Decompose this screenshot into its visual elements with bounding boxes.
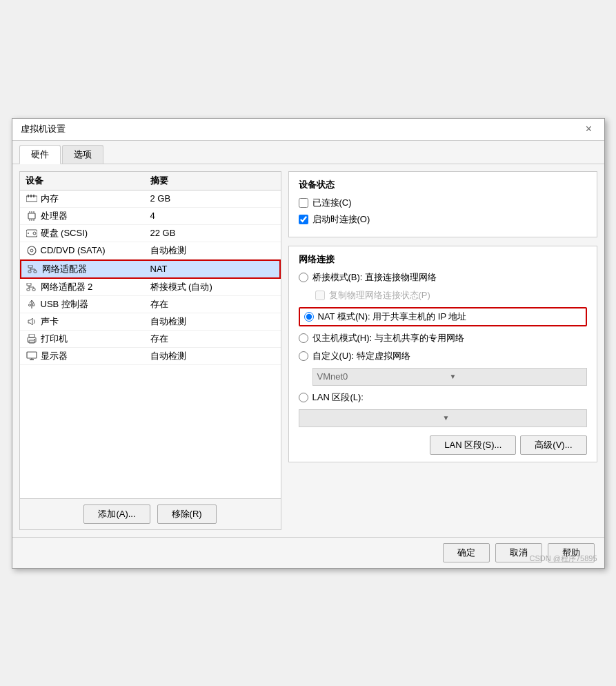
remove-button[interactable]: 移除(R) [157,504,217,524]
device-name-printer: 打印机 [41,333,68,345]
right-panel: 设备状态 已连接(C) 启动时连接(O) 网络连接 桥接模式(B): 直接连接物… [288,171,597,530]
device-row-display[interactable]: 显示器 自动检测 [20,348,281,365]
device-name-network1: 网络适配器 [42,263,87,275]
left-panel: 设备 摘要 内存 2 GB [19,171,281,530]
lan-label[interactable]: LAN 区段(L): [312,391,364,404]
col-summary-header: 摘要 [150,175,275,187]
lan-dropdown-arrow-icon: ▼ [443,414,582,422]
device-name-cdrom: CD/DVD (SATA) [41,245,106,255]
close-button[interactable]: × [582,122,596,136]
radio-nat[interactable] [304,312,314,322]
tab-hardware[interactable]: 硬件 [19,145,61,164]
device-row-memory[interactable]: 内存 2 GB [20,190,281,208]
usb-icon [26,300,38,309]
radio-row-copy-state: 复制物理网络连接状态(P) [315,289,587,302]
col-device-header: 设备 [26,175,150,187]
lan-select[interactable]: ▼ [299,409,587,427]
network2-icon [26,282,38,292]
ok-button[interactable]: 确定 [443,543,490,562]
radio-row-nat: NAT 模式(N): 用于共享主机的 IP 地址 [299,307,587,326]
device-name-cpu: 处理器 [41,210,68,222]
svg-marker-33 [28,318,32,325]
svg-point-31 [28,304,30,306]
svg-rect-24 [32,288,35,291]
device-table: 设备 摘要 内存 2 GB [20,172,281,498]
svg-rect-17 [28,271,31,273]
display-icon [26,351,38,361]
left-panel-buttons: 添加(A)... 移除(R) [20,498,281,529]
device-name-usb: USB 控制器 [41,298,88,311]
device-row-cdrom[interactable]: CD/DVD (SATA) 自动检测 [20,242,281,259]
radio-row-bridge: 桥接模式(B): 直接连接物理网络 [299,271,587,284]
device-status-section: 设备状态 已连接(C) 启动时连接(O) [288,171,597,237]
device-summary-disk: 22 GB [150,228,275,238]
disk-icon [26,228,38,238]
lan-segment-button[interactable]: LAN 区段(S)... [430,435,516,455]
device-row-usb[interactable]: USB 控制器 存在 [20,296,281,313]
svg-rect-35 [29,334,34,337]
connect-on-start-checkbox[interactable] [299,215,308,224]
radio-nat-label[interactable]: NAT 模式(N): 用于共享主机的 IP 地址 [318,311,467,323]
svg-point-12 [33,232,36,235]
svg-rect-3 [33,195,34,197]
lan-label-row: LAN 区段(L): [299,391,587,404]
device-summary-memory: 2 GB [150,193,275,204]
custom-network-value: VMnet0 [317,371,450,382]
radio-row-custom: 自定义(U): 特定虚拟网络 [299,350,587,362]
checkbox-copy-state[interactable] [315,291,325,300]
device-name-display: 显示器 [41,350,68,362]
radio-bridge-label[interactable]: 桥接模式(B): 直接连接物理网络 [312,271,437,284]
device-table-header: 设备 摘要 [20,172,281,190]
device-summary-network1: NAT [150,264,274,274]
radio-bridge[interactable] [299,273,308,282]
svg-rect-2 [30,195,32,197]
svg-rect-1 [28,195,29,197]
device-summary-sound: 自动检测 [150,315,275,328]
device-status-title: 设备状态 [299,179,587,191]
content-area: 设备 摘要 内存 2 GB [12,164,604,537]
window-title: 虚拟机设置 [21,123,66,135]
svg-point-13 [28,233,29,234]
checkbox-copy-state-label: 复制物理网络连接状态(P) [329,289,430,302]
svg-rect-22 [27,283,31,286]
title-bar: 虚拟机设置 × [12,119,604,141]
device-row-sound[interactable]: 声卡 自动检测 [20,313,281,331]
radio-host-only[interactable] [299,333,308,343]
device-summary-display: 自动检测 [150,350,275,362]
connected-label[interactable]: 已连接(C) [312,197,352,209]
custom-network-select[interactable]: VMnet0 ▼ [312,368,587,386]
svg-rect-32 [32,304,34,306]
connect-on-start-label[interactable]: 启动时连接(O) [312,213,370,226]
radio-custom-label[interactable]: 自定义(U): 特定虚拟网络 [312,350,410,362]
device-summary-network2: 桥接模式 (自动) [150,281,275,293]
add-button[interactable]: 添加(A)... [83,504,150,524]
svg-rect-16 [28,265,32,268]
radio-row-host-only: 仅主机模式(H): 与主机共享的专用网络 [299,332,587,344]
device-row-network1[interactable]: 网络适配器 NAT [20,259,281,279]
device-name-memory: 内存 [41,193,59,205]
device-row-printer[interactable]: 打印机 存在 [20,331,281,348]
radio-host-only-label[interactable]: 仅主机模式(H): 与主机共享的专用网络 [312,332,464,344]
dialog-footer: 确定 取消 帮助 [12,537,604,568]
device-summary-cdrom: 自动检测 [150,244,275,257]
device-row-network2[interactable]: 网络适配器 2 桥接模式 (自动) [20,279,281,296]
radio-custom[interactable] [299,351,308,361]
svg-rect-4 [28,213,35,219]
tab-options[interactable]: 选项 [62,145,103,164]
device-row-disk[interactable]: 硬盘 (SCSI) 22 GB [20,225,281,242]
svg-rect-38 [27,352,37,358]
cdrom-icon [26,246,38,255]
device-summary-cpu: 4 [150,210,275,221]
memory-icon [26,194,38,204]
connected-checkbox-row: 已连接(C) [299,197,587,209]
radio-lan[interactable] [299,393,308,402]
sound-icon [26,317,38,326]
svg-point-14 [28,246,36,255]
network-connection-title: 网络连接 [299,253,587,266]
device-summary-printer: 存在 [150,333,275,345]
advanced-button[interactable]: 高级(V)... [520,435,586,455]
svg-point-37 [34,339,35,340]
connected-checkbox[interactable] [299,198,308,208]
device-row-cpu[interactable]: 处理器 4 [20,208,281,225]
svg-rect-23 [27,288,30,291]
